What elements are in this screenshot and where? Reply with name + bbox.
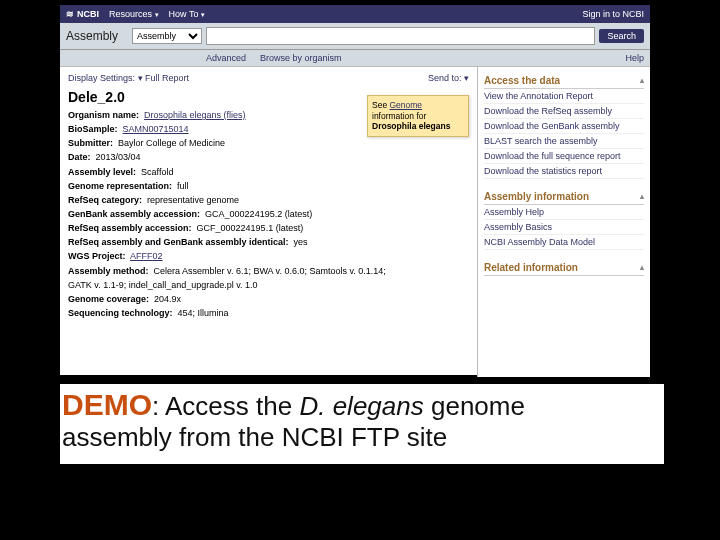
section-related[interactable]: Related information▴ (484, 260, 644, 276)
resources-link[interactable]: Resources ▾ (109, 9, 159, 19)
field-method-2: GATK v. 1.1-9; indel_call_and_upgrade.pl… (68, 279, 469, 291)
ncbi-screenshot: ≋ NCBI Resources ▾ How To ▾ Sign in to N… (60, 5, 650, 375)
topnav-left: ≋ NCBI Resources ▾ How To ▾ (66, 9, 205, 19)
db-title: Assembly (66, 29, 118, 43)
advanced-link[interactable]: Advanced (206, 53, 246, 63)
slide: ≋ NCBI Resources ▾ How To ▾ Sign in to N… (0, 0, 720, 540)
record-topbar: Display Settings: ▾ Full Report Send to:… (68, 73, 469, 83)
field-method: Assembly method: Celera Assembler v. 6.1… (68, 265, 469, 277)
caption-line2: assembly from the NCBI FTP site (62, 423, 662, 453)
side-link[interactable]: Assembly Basics (484, 220, 644, 235)
biosample-link[interactable]: SAMN00715014 (123, 124, 189, 134)
ncbi-logo[interactable]: ≋ NCBI (66, 9, 99, 19)
species-italic: D. elegans (299, 391, 423, 421)
genome-note: See Genome information for Drosophila el… (367, 95, 469, 137)
field-identical: RefSeq assembly and GenBank assembly ide… (68, 236, 469, 248)
sublink-bar: Advanced Browse by organism Help (60, 50, 650, 67)
side-link[interactable]: Download the RefSeq assembly (484, 104, 644, 119)
field-rs-acc: RefSeq assembly accession: GCF_000224195… (68, 222, 469, 234)
field-wgs: WGS Project: AFFF02 (68, 250, 469, 262)
side-link[interactable]: Assembly Help (484, 205, 644, 220)
side-link[interactable]: View the Annotation Report (484, 89, 644, 104)
field-coverage: Genome coverage: 204.9x (68, 293, 469, 305)
side-link[interactable]: Download the GenBank assembly (484, 119, 644, 134)
resources-label: Resources (109, 9, 152, 19)
send-to[interactable]: Send to: ▾ (428, 73, 469, 83)
side-link[interactable]: NCBI Assembly Data Model (484, 235, 644, 250)
db-select[interactable]: Assembly (132, 28, 202, 44)
content-area: Display Settings: ▾ Full Report Send to:… (60, 67, 650, 377)
wgs-link[interactable]: AFFF02 (130, 251, 163, 261)
caret-icon: ▴ (640, 192, 644, 201)
field-submitter: Submitter: Baylor College of Medicine (68, 137, 469, 149)
caption-line1: DEMO: Access the D. elegans genome (62, 388, 662, 423)
section-info[interactable]: Assembly information▴ (484, 189, 644, 205)
field-seqtech: Sequencing technology: 454; Illumina (68, 307, 469, 319)
caret-icon: ▴ (640, 76, 644, 85)
signin-link[interactable]: Sign in to NCBI (582, 9, 644, 19)
help-link[interactable]: Help (625, 53, 644, 63)
demo-word: DEMO (62, 388, 152, 421)
side-link[interactable]: Download the full sequence report (484, 149, 644, 164)
display-settings[interactable]: Display Settings: ▾ Full Report (68, 73, 189, 83)
field-gb-acc: GenBank assembly accession: GCA_00022419… (68, 208, 469, 220)
main-panel: Display Settings: ▾ Full Report Send to:… (60, 67, 477, 377)
caret-icon: ▴ (640, 263, 644, 272)
genome-link[interactable]: Genome (390, 100, 423, 110)
section-access[interactable]: Access the data▴ (484, 73, 644, 89)
side-link[interactable]: Download the statistics report (484, 164, 644, 179)
field-repr: Genome representation: full (68, 180, 469, 192)
chevron-down-icon: ▾ (155, 11, 159, 18)
chevron-down-icon: ▾ (201, 11, 205, 18)
howto-link[interactable]: How To ▾ (169, 9, 205, 19)
search-button[interactable]: Search (599, 29, 644, 43)
field-refseq-cat: RefSeq category: representative genome (68, 194, 469, 206)
sidebar: Access the data▴ View the Annotation Rep… (477, 67, 650, 377)
side-link[interactable]: BLAST search the assembly (484, 134, 644, 149)
ncbi-top-bar: ≋ NCBI Resources ▾ How To ▾ Sign in to N… (60, 5, 650, 23)
field-level: Assembly level: Scaffold (68, 166, 469, 178)
slide-caption: DEMO: Access the D. elegans genome assem… (60, 384, 664, 464)
sublink-mid: Advanced Browse by organism (206, 53, 342, 63)
brand-text: NCBI (77, 9, 99, 19)
search-bar: Assembly Assembly Search (60, 23, 650, 50)
howto-label: How To (169, 9, 199, 19)
organism-link[interactable]: Drosophila elegans (flies) (144, 110, 246, 120)
browse-link[interactable]: Browse by organism (260, 53, 342, 63)
field-date: Date: 2013/03/04 (68, 151, 469, 163)
search-input[interactable] (206, 27, 595, 45)
